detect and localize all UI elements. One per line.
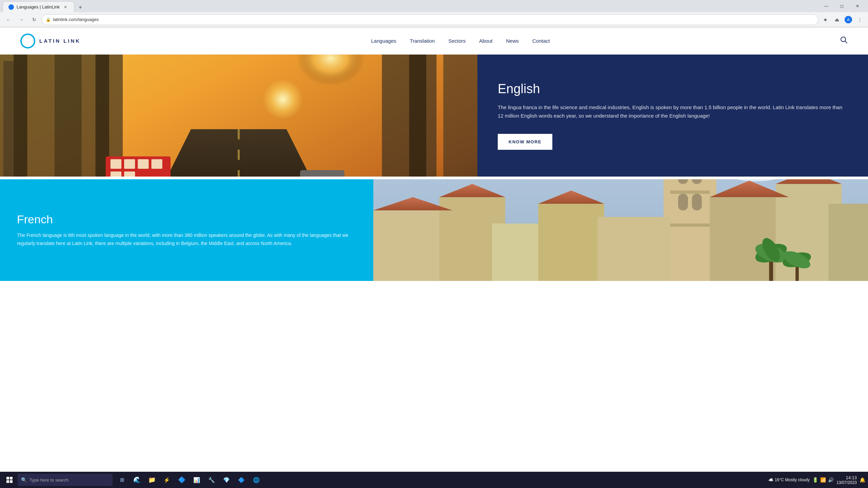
english-know-more-button[interactable]: KNOW MORE [498, 134, 552, 150]
nav-link-languages[interactable]: Languages [371, 38, 396, 44]
bookmark-button[interactable]: ★ [820, 14, 831, 25]
french-title: French [17, 213, 356, 226]
logo-area: LATIN LINK [20, 34, 81, 48]
nav-link-about[interactable]: About [479, 38, 492, 44]
profile-button[interactable]: A [843, 14, 854, 25]
extensions-button[interactable]: ⏏ [831, 14, 842, 25]
new-tab-button[interactable]: + [76, 3, 85, 12]
logo-circle-icon [20, 34, 35, 48]
close-button[interactable]: ✕ [850, 1, 865, 12]
back-button[interactable]: ← [3, 14, 14, 25]
english-text-panel: English The lingua franca in the life sc… [477, 55, 868, 177]
minimize-button[interactable]: — [818, 1, 834, 12]
site-header: LATIN LINK Languages Translation Sectors… [0, 27, 868, 55]
svg-rect-57 [492, 224, 545, 281]
logo-text: LATIN LINK [39, 38, 81, 44]
nav-link-translation[interactable]: Translation [410, 38, 435, 44]
svg-rect-52 [692, 194, 702, 210]
english-title: English [498, 82, 848, 96]
forward-button[interactable]: → [16, 14, 27, 25]
tab-title: Languages | LatinLink [17, 4, 60, 9]
tab-favicon [8, 4, 14, 10]
french-text-panel: French The French language is 6th most s… [0, 179, 373, 281]
site-nav: Languages Translation Sectors About News… [371, 38, 550, 44]
nav-link-sectors[interactable]: Sectors [448, 38, 466, 44]
browser-titlebar: Languages | LatinLink ✕ + — ◻ ✕ [0, 0, 868, 12]
address-text: latinlink.com/languages [53, 17, 99, 22]
browser-toolbar: ← → ↻ 🔒 latinlink.com/languages ★ ⏏ A ⋮ [0, 12, 868, 27]
french-section: French The French language is 6th most s… [0, 179, 868, 281]
svg-rect-58 [538, 204, 604, 281]
svg-rect-42 [664, 179, 716, 281]
english-description: The lingua franca in the life science an… [498, 103, 848, 120]
browser-chrome: Languages | LatinLink ✕ + — ◻ ✕ ← → ↻ 🔒 … [0, 0, 868, 27]
search-button[interactable] [840, 36, 848, 45]
menu-button[interactable]: ⋮ [854, 14, 865, 25]
english-section: English The lingua franca in the life sc… [0, 55, 868, 177]
search-icon [840, 36, 848, 44]
tab-strip: Languages | LatinLink ✕ + [3, 0, 85, 12]
london-image-container [0, 55, 477, 177]
nav-link-news[interactable]: News [506, 38, 519, 44]
svg-rect-62 [828, 204, 868, 281]
svg-line-1 [845, 41, 847, 43]
active-tab[interactable]: Languages | LatinLink ✕ [3, 1, 74, 12]
reload-button[interactable]: ↻ [28, 14, 40, 25]
svg-rect-37 [0, 55, 477, 177]
address-bar[interactable]: 🔒 latinlink.com/languages [41, 14, 818, 25]
london-street-image [0, 55, 477, 177]
cartagena-image-container [373, 179, 868, 281]
tab-close-button[interactable]: ✕ [62, 4, 68, 10]
profile-avatar: A [845, 16, 852, 23]
svg-rect-47 [670, 190, 710, 194]
svg-rect-51 [678, 194, 688, 210]
svg-rect-59 [597, 217, 670, 281]
toolbar-actions: ★ ⏏ A ⋮ [820, 14, 865, 25]
nav-link-contact[interactable]: Contact [532, 38, 550, 44]
french-description: The French language is 6th most spoken l… [17, 231, 356, 248]
window-controls: — ◻ ✕ [818, 1, 865, 12]
cartagena-city-image [373, 179, 868, 281]
security-icon: 🔒 [46, 17, 51, 22]
cartagena-svg [373, 179, 868, 281]
svg-rect-48 [670, 224, 710, 227]
maximize-button[interactable]: ◻ [834, 1, 850, 12]
website-content: LATIN LINK Languages Translation Sectors… [0, 27, 868, 281]
london-svg [0, 55, 477, 177]
